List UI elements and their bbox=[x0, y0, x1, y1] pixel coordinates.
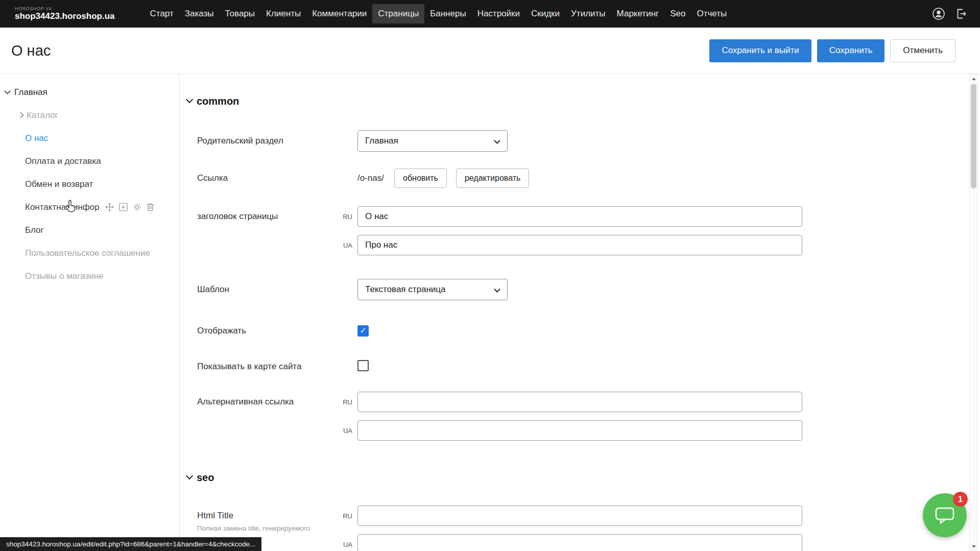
parent-section-select[interactable]: Главная bbox=[357, 130, 508, 152]
tree-item-label: Каталог bbox=[27, 110, 58, 121]
chevron-down-icon bbox=[4, 88, 11, 94]
page-title: О нас bbox=[11, 42, 51, 59]
save-button[interactable]: Сохранить bbox=[817, 39, 885, 62]
tree-item-kontaktnaya-informaciya[interactable]: Контактная инфор bbox=[0, 196, 179, 219]
tree-item-katalog[interactable]: Каталог bbox=[0, 104, 179, 127]
lang-tag-ua: UA bbox=[337, 427, 352, 435]
nav-clients[interactable]: Клиенты bbox=[260, 4, 306, 23]
lang-tag-ua: UA bbox=[337, 242, 352, 249]
form-row-display: Отображать bbox=[197, 325, 980, 337]
template-select-value: Текстовая страница bbox=[365, 284, 446, 295]
nav-marketing[interactable]: Маркетинг bbox=[611, 4, 665, 23]
chat-unread-badge: 1 bbox=[953, 492, 968, 507]
tree-item-label: Отзывы о магазине bbox=[25, 271, 104, 281]
nav-orders[interactable]: Заказы bbox=[179, 4, 220, 23]
page-edit-form: common Родительский раздел Главная Ссылк… bbox=[180, 74, 980, 551]
nav-reports[interactable]: Отчеты bbox=[691, 4, 732, 23]
logo[interactable]: HOROSHOP V4 shop34423.horoshop.ua bbox=[15, 7, 115, 21]
save-and-exit-button[interactable]: Сохранить и выйти bbox=[709, 39, 811, 62]
link-label: Ссылка bbox=[197, 173, 357, 183]
edit-link-button[interactable]: редактировать bbox=[456, 169, 529, 188]
nav-comments[interactable]: Комментарии bbox=[306, 4, 372, 23]
header-actions: Сохранить и выйти Сохранить Отменить bbox=[709, 39, 955, 62]
tree-root-glavnaya[interactable]: Главная bbox=[0, 81, 179, 104]
chevron-right-icon bbox=[17, 112, 24, 118]
form-row-page-title: заголовок страницы RU UA bbox=[197, 206, 980, 255]
form-row-sitemap: Показывать в карте сайта bbox=[197, 361, 980, 372]
main-menu: Старт Заказы Товары Клиенты Комментарии … bbox=[145, 4, 733, 23]
tree-item-label: О нас bbox=[25, 133, 48, 143]
parent-section-label: Родительский раздел bbox=[197, 130, 357, 152]
tree-item-label: Пользовательское соглашение bbox=[25, 248, 150, 258]
page-title-field-label: заголовок страницы bbox=[197, 206, 357, 255]
chat-launcher-button[interactable]: 1 bbox=[923, 493, 967, 537]
add-subpage-icon[interactable] bbox=[119, 203, 128, 211]
form-row-parent-section: Родительский раздел Главная bbox=[197, 130, 980, 152]
topbar-right bbox=[932, 7, 980, 20]
nav-seo[interactable]: Seo bbox=[664, 4, 691, 23]
tree-item-label: Блог bbox=[25, 225, 44, 235]
refresh-link-button[interactable]: обновить bbox=[394, 169, 447, 188]
section-common-title: common bbox=[197, 95, 239, 107]
nav-banners[interactable]: Баннеры bbox=[424, 4, 472, 23]
sitemap-label: Показывать в карте сайта bbox=[197, 362, 357, 372]
scrollbar-up-arrow[interactable] bbox=[970, 75, 977, 83]
html-title-label: Html Title bbox=[197, 506, 357, 521]
scrollbar-down-arrow[interactable] bbox=[970, 542, 977, 550]
nav-utilities[interactable]: Утилиты bbox=[565, 4, 611, 23]
section-seo-title: seo bbox=[197, 472, 214, 484]
pages-tree-sidebar: Главная Каталог О нас Оплата и доставка … bbox=[0, 74, 180, 551]
html-title-hint: Полная замена title, генерируемого bbox=[197, 524, 357, 532]
form-row-link: Ссылка /o-nas/ обновить редактировать bbox=[197, 169, 980, 188]
html-title-ua-input[interactable] bbox=[357, 534, 802, 551]
nav-discounts[interactable]: Скидки bbox=[525, 4, 565, 23]
nav-products[interactable]: Товары bbox=[220, 4, 260, 23]
nav-settings[interactable]: Настройки bbox=[472, 4, 525, 23]
alternative-link-ru-input[interactable] bbox=[357, 392, 802, 412]
page-title-ua-input[interactable] bbox=[357, 235, 802, 255]
nav-pages[interactable]: Страницы bbox=[372, 4, 424, 23]
lang-tag-ru: RU bbox=[337, 213, 352, 221]
tree-item-actions bbox=[105, 203, 154, 211]
section-common-toggle[interactable]: common bbox=[187, 95, 980, 107]
browser-link-status-bar: shop34423.horoshop.ua/edit/edit.php?id=6… bbox=[0, 537, 261, 551]
form-row-alternative-link: Альтернативная ссылка RU UA bbox=[197, 392, 980, 441]
template-label: Шаблон bbox=[197, 279, 357, 300]
alternative-link-label: Альтернативная ссылка bbox=[197, 392, 357, 441]
alternative-link-ua-input[interactable] bbox=[357, 420, 802, 441]
tree-item-label: Контактная инфор bbox=[25, 202, 100, 212]
logout-icon[interactable] bbox=[954, 7, 968, 20]
chevron-down-icon bbox=[494, 286, 500, 293]
chevron-down-icon bbox=[186, 96, 193, 103]
sitemap-checkbox[interactable] bbox=[357, 360, 369, 371]
top-navbar: HOROSHOP V4 shop34423.horoshop.ua Старт … bbox=[0, 0, 980, 28]
tree-item-label: Обмен и возврат bbox=[25, 179, 93, 189]
tree-item-oplata-i-dostavka[interactable]: Оплата и доставка bbox=[0, 150, 179, 173]
move-icon[interactable] bbox=[105, 203, 114, 211]
cancel-button[interactable]: Отменить bbox=[890, 39, 955, 62]
tree-item-obmen-i-vozvrat[interactable]: Обмен и возврат bbox=[0, 173, 179, 196]
section-seo-toggle[interactable]: seo bbox=[187, 471, 980, 484]
trash-icon[interactable] bbox=[147, 203, 154, 211]
display-label: Отображать bbox=[197, 326, 357, 336]
chevron-down-icon bbox=[494, 137, 500, 144]
vertical-scrollbar[interactable] bbox=[969, 74, 978, 551]
tree-item-otzyvy-o-magazine[interactable]: Отзывы о магазине bbox=[0, 265, 179, 288]
page-title-ru-input[interactable] bbox=[357, 206, 802, 227]
account-icon[interactable] bbox=[932, 7, 945, 20]
parent-section-select-value: Главная bbox=[365, 136, 398, 146]
nav-start[interactable]: Старт bbox=[145, 4, 179, 23]
tree-item-polzovatelskoe-soglashenie[interactable]: Пользовательское соглашение bbox=[0, 242, 179, 265]
html-title-ru-input[interactable] bbox=[357, 506, 802, 526]
template-select[interactable]: Текстовая страница bbox=[357, 279, 508, 300]
settings-gear-icon[interactable] bbox=[133, 203, 141, 211]
tree-item-o-nas[interactable]: О нас bbox=[0, 127, 179, 150]
chevron-down-icon bbox=[186, 472, 193, 480]
tree-item-label: Оплата и доставка bbox=[25, 156, 101, 166]
page-header: О нас Сохранить и выйти Сохранить Отмени… bbox=[0, 28, 980, 74]
lang-tag-ua: UA bbox=[337, 541, 352, 548]
content-area: Главная Каталог О нас Оплата и доставка … bbox=[0, 74, 980, 551]
scrollbar-thumb[interactable] bbox=[971, 84, 976, 188]
tree-item-blog[interactable]: Блог bbox=[0, 219, 179, 242]
display-checkbox[interactable] bbox=[357, 325, 369, 337]
